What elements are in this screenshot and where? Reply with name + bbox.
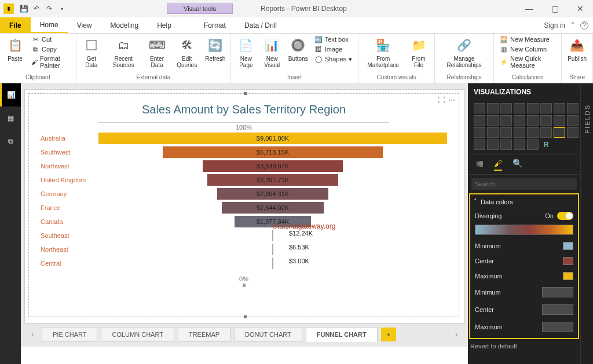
viz-type-icon[interactable] — [500, 103, 512, 113]
tab-help[interactable]: Help — [148, 17, 181, 33]
viz-type-icon[interactable] — [514, 127, 525, 138]
funnel-row[interactable]: Northwest$3,649.87K — [41, 160, 447, 172]
viz-type-icon[interactable] — [554, 103, 565, 113]
viz-type-icon[interactable] — [554, 127, 565, 138]
refresh-button[interactable]: 🔄Refresh — [204, 35, 227, 63]
help-icon[interactable]: ? — [580, 21, 588, 30]
tab-file[interactable]: File — [0, 17, 31, 33]
funnel-bar[interactable]: $9,061.00K — [98, 133, 447, 144]
viz-type-icon[interactable] — [527, 127, 539, 138]
viz-type-icon[interactable] — [514, 139, 525, 150]
page-tab-donut[interactable]: DONUT CHART — [234, 327, 302, 342]
viz-type-icon[interactable] — [540, 115, 552, 126]
funnel-bar[interactable] — [272, 244, 273, 255]
manage-relationships-button[interactable]: 🔗Manage Relationships — [438, 35, 490, 69]
from-file-button[interactable]: 📁From File — [407, 35, 431, 69]
viz-type-icon[interactable] — [474, 127, 485, 138]
image-button[interactable]: 🖼Image — [312, 45, 354, 54]
analytics-pane-icon[interactable]: 🔍 — [513, 159, 522, 171]
recent-sources-button[interactable]: 🗂Recent Sources — [105, 35, 142, 69]
page-tab-pie[interactable]: PIE CHART — [42, 327, 97, 342]
viz-type-icon[interactable] — [540, 103, 552, 113]
shapes-button[interactable]: ◯Shapes ▾ — [312, 54, 354, 64]
minimum-value-input[interactable] — [542, 287, 573, 297]
page-tab-funnel[interactable]: FUNNEL CHART — [306, 327, 378, 342]
funnel-bar[interactable]: $2,894.31K — [217, 188, 328, 200]
qat-undo-icon[interactable]: ↶ — [30, 2, 43, 15]
quick-measure-button[interactable]: ⚡New Quick Measure — [497, 54, 558, 69]
viz-type-icon[interactable] — [500, 127, 512, 138]
format-painter-button[interactable]: 🖌Format Painter — [29, 54, 72, 69]
close-button[interactable]: ✕ — [568, 0, 593, 17]
viz-type-icon[interactable] — [500, 139, 512, 150]
viz-type-icon[interactable] — [500, 115, 512, 126]
new-page-button[interactable]: 📄New Page — [235, 35, 258, 69]
funnel-row[interactable]: Southeast$12.24K — [41, 229, 447, 242]
sign-in-link[interactable]: Sign in — [544, 21, 565, 30]
format-pane-icon[interactable]: 🖌 — [494, 159, 502, 171]
fields-panel-collapsed[interactable]: FIELDS — [580, 83, 593, 364]
diverging-toggle[interactable] — [557, 212, 573, 220]
data-colors-header[interactable]: ˄Data colors — [473, 196, 576, 208]
page-next-icon[interactable]: › — [451, 330, 462, 339]
viz-type-icon[interactable] — [487, 115, 499, 126]
funnel-bar[interactable] — [272, 230, 273, 241]
data-view-icon[interactable]: ▦ — [0, 106, 21, 130]
viz-type-icon[interactable] — [567, 115, 579, 126]
page-add-button[interactable]: + — [381, 328, 396, 341]
viz-type-icon[interactable] — [554, 115, 565, 126]
funnel-row[interactable]: Northeast$6.53K — [41, 243, 447, 256]
new-visual-button[interactable]: 📊New Visual — [260, 35, 284, 69]
cut-button[interactable]: ✂Cut — [29, 35, 72, 44]
buttons-button[interactable]: 🔘Buttons — [287, 35, 310, 63]
viz-type-icon[interactable] — [474, 139, 485, 150]
funnel-bar[interactable]: $3,391.71K — [207, 174, 338, 186]
maximum-color-swatch[interactable] — [563, 272, 573, 280]
fields-pane-icon[interactable]: ▦ — [476, 159, 484, 171]
get-data-button[interactable]: Get Data — [80, 35, 103, 69]
tab-home[interactable]: Home — [31, 17, 68, 33]
page-tab-treemap[interactable]: TREEMAP — [178, 327, 230, 342]
revert-to-default[interactable]: Revert to default — [468, 340, 593, 352]
funnel-row[interactable]: Southwest$5,718.15K — [41, 146, 447, 159]
viz-type-icon[interactable] — [527, 139, 539, 150]
viz-type-icon[interactable] — [487, 103, 499, 113]
funnel-bar[interactable]: $5,718.15K — [163, 146, 383, 158]
model-view-icon[interactable]: ⧉ — [0, 130, 21, 153]
center-color-swatch[interactable] — [563, 257, 573, 265]
viz-type-icon[interactable] — [487, 127, 499, 138]
funnel-bar[interactable]: $2,644.02K — [222, 202, 324, 214]
funnel-row[interactable]: Central$3.00K — [41, 257, 447, 270]
viz-type-icon[interactable] — [474, 103, 485, 113]
funnel-row[interactable]: United Kingdom$3,391.71K — [41, 174, 447, 186]
funnel-bar[interactable] — [272, 258, 273, 269]
minimize-button[interactable]: — — [517, 0, 542, 17]
paste-button[interactable]: 📋Paste — [3, 35, 27, 63]
tab-format[interactable]: Format — [195, 17, 235, 33]
qat-redo-icon[interactable]: ↷ — [43, 2, 56, 15]
qat-save-icon[interactable]: 💾 — [17, 2, 30, 15]
report-view-icon[interactable]: 📊 — [0, 83, 21, 106]
tab-datadrill[interactable]: Data / Drill — [235, 17, 286, 33]
collapse-ribbon-icon[interactable]: ˄ — [571, 21, 574, 30]
viz-type-icon[interactable] — [527, 115, 539, 126]
maximize-button[interactable]: ▢ — [542, 0, 568, 17]
enter-data-button[interactable]: ⌨Enter Data — [144, 35, 170, 69]
viz-r-icon[interactable]: R — [540, 139, 552, 150]
viz-type-icon[interactable] — [514, 115, 525, 126]
format-search-input[interactable] — [471, 178, 577, 190]
viz-type-icon[interactable] — [474, 115, 485, 126]
maximum-value-input[interactable] — [542, 322, 573, 332]
funnel-row[interactable]: Canada$1,977.84K — [41, 215, 447, 228]
copy-button[interactable]: ⧉Copy — [29, 45, 72, 54]
funnel-row[interactable]: Australia$9,061.00K — [41, 132, 447, 145]
center-value-input[interactable] — [542, 304, 573, 315]
viz-type-icon[interactable] — [540, 127, 552, 138]
visual-options-icon[interactable]: ⋯ — [448, 96, 455, 104]
page-prev-icon[interactable]: ‹ — [27, 330, 38, 339]
funnel-bar[interactable]: $3,649.87K — [203, 160, 343, 172]
tab-view[interactable]: View — [68, 17, 101, 33]
viz-type-icon[interactable] — [487, 139, 499, 150]
report-page[interactable]: ⛶ ⋯ Sales Amount by Sales Territory Regi… — [24, 89, 464, 323]
funnel-row[interactable]: Germany$2,894.31K — [41, 187, 447, 200]
